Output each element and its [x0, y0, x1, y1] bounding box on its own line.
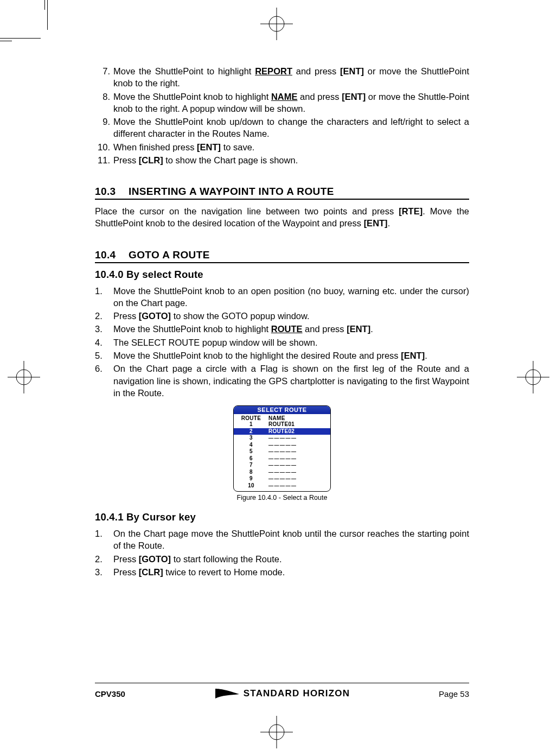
list-item-body: On the Chart page a circle with a Flag i…: [113, 363, 469, 399]
crop-mark: [44, 0, 45, 10]
list-item: 6.On the Chart page a circle with a Flag…: [95, 363, 469, 399]
cell-route-name: [264, 455, 326, 462]
table-row: 2ROUTE02: [234, 428, 330, 435]
table-row: 10: [237, 482, 327, 490]
list-item: 7.Move the ShuttlePoint to highlight REP…: [95, 65, 469, 90]
cell-route-number: 9: [238, 475, 264, 482]
page-content: 7.Move the ShuttlePoint to highlight REP…: [95, 65, 469, 579]
list-item-number: 2.: [95, 553, 113, 565]
section-title: INSERTING A WAYPOINT INTO A ROUTE: [129, 186, 334, 198]
section-heading-10-3: 10.3 INSERTING A WAYPOINT INTO A ROUTE: [95, 186, 469, 200]
list-item-body: Move the ShuttlePoint to highlight REPOR…: [113, 65, 469, 90]
cell-route-number: 8: [238, 469, 264, 476]
table-row: 6: [237, 455, 327, 462]
footer-model: CPV350: [95, 689, 125, 698]
cell-route-number: 1: [238, 421, 264, 428]
cell-route-number: 3: [238, 435, 264, 442]
dialog-title: SELECT ROUTE: [234, 406, 330, 414]
registration-mark-icon: [8, 361, 40, 393]
list-item-body: Press [CLR] twice to revert to Home mode…: [113, 566, 469, 578]
list-item-body: On the Chart page move the ShuttlePoint …: [113, 528, 469, 552]
list-item-number: 6.: [95, 363, 113, 399]
list-item-number: 5.: [95, 350, 113, 361]
list-item-number: 1.: [95, 285, 113, 309]
list-item: 1.On the Chart page move the ShuttlePoin…: [95, 528, 469, 552]
list-item-number: 10.: [95, 141, 113, 153]
list-item-number: 8.: [95, 91, 113, 115]
footer-brand: STANDARD HORIZON: [125, 688, 439, 700]
table-row: 5: [237, 448, 327, 455]
cell-route-number: 2: [238, 428, 264, 435]
crop-mark: [47, 0, 48, 30]
list-item: 1.Move the ShuttlePoint knob to an open …: [95, 285, 469, 309]
table-row: 1ROUTE01: [237, 421, 327, 428]
list-item-body: Move the ShuttlePoint knob up/down to ch…: [113, 116, 469, 140]
footer-page-number: Page 53: [439, 689, 469, 698]
step-list-10-4-0: 1.Move the ShuttlePoint knob to an open …: [95, 285, 469, 399]
table-row: 7: [237, 462, 327, 469]
cell-route-name: [264, 448, 326, 455]
cell-route-name: [264, 482, 326, 490]
cell-route-name: [264, 469, 326, 476]
cell-route-name: ROUTE01: [264, 421, 326, 428]
crop-mark: [0, 41, 12, 41]
select-route-dialog: SELECT ROUTE ROUTE NAME 1ROUTE012ROUTE02…: [233, 405, 331, 492]
list-item-number: 3.: [95, 566, 113, 578]
cell-route-name: [264, 442, 326, 449]
section-heading-10-4: 10.4 GOTO A ROUTE: [95, 249, 469, 263]
section-number: 10.3: [95, 186, 129, 198]
list-item-number: 7.: [95, 65, 113, 90]
section-paragraph: Place the cursor on the navigation line …: [95, 205, 469, 230]
list-item-number: 2.: [95, 310, 113, 322]
table-row: 4: [237, 442, 327, 449]
cell-route-number: 4: [238, 442, 264, 449]
list-item-number: 11.: [95, 154, 113, 166]
cell-route-number: 6: [238, 455, 264, 462]
cell-route-name: [264, 462, 326, 469]
list-item: 2.Press [GOTO] to start following the Ro…: [95, 553, 469, 565]
list-item-body: Move the ShuttlePoint knob to the highli…: [113, 350, 469, 361]
column-header: ROUTE: [238, 415, 264, 421]
figure-caption: Figure 10.4.0 - Select a Route: [233, 494, 331, 501]
list-item: 4.The SELECT ROUTE popup window will be …: [95, 336, 469, 348]
cell-route-number: 10: [238, 482, 264, 490]
cell-route-name: ROUTE02: [264, 428, 326, 435]
list-item-body: When finished press [ENT] to save.: [113, 141, 469, 153]
list-item-body: Move the ShuttlePoint knob to highlight …: [113, 91, 469, 115]
step-list-10-4-1: 1.On the Chart page move the ShuttlePoin…: [95, 528, 469, 578]
list-item-number: 1.: [95, 528, 113, 552]
cell-route-number: 5: [238, 448, 264, 455]
list-item-number: 9.: [95, 116, 113, 140]
list-item-body: Press [GOTO] to show the GOTO popup wind…: [113, 310, 469, 322]
list-item: 3.Press [CLR] twice to revert to Home mo…: [95, 566, 469, 578]
section-title: GOTO A ROUTE: [129, 249, 210, 261]
list-item: 11.Press [CLR] to show the Chart page is…: [95, 154, 469, 166]
figure-select-route: SELECT ROUTE ROUTE NAME 1ROUTE012ROUTE02…: [233, 405, 331, 501]
list-item: 2.Press [GOTO] to show the GOTO popup wi…: [95, 310, 469, 322]
list-item-body: Press [GOTO] to start following the Rout…: [113, 553, 469, 565]
subsection-heading-10-4-1: 10.4.1 By Cursor key: [95, 511, 469, 523]
list-item: 3.Move the ShuttlePoint knob to highligh…: [95, 323, 469, 335]
crop-mark: [0, 38, 41, 39]
subsection-heading-10-4-0: 10.4.0 By select Route: [95, 269, 469, 281]
registration-mark-icon: [517, 361, 549, 393]
list-item: 5.Move the ShuttlePoint knob to the high…: [95, 350, 469, 361]
list-item-number: 3.: [95, 323, 113, 335]
list-item: 8.Move the ShuttlePoint knob to highligh…: [95, 91, 469, 115]
list-item-body: Move the ShuttlePoint knob to highlight …: [113, 323, 469, 335]
table-header-row: ROUTE NAME: [237, 415, 327, 421]
cell-route-number: 7: [238, 462, 264, 469]
list-item-body: The SELECT ROUTE popup window will be sh…: [113, 336, 469, 348]
list-item-number: 4.: [95, 336, 113, 348]
list-item-body: Move the ShuttlePoint knob to an open po…: [113, 285, 469, 309]
table-row: 8: [237, 469, 327, 476]
step-list-top: 7.Move the ShuttlePoint to highlight REP…: [95, 65, 469, 166]
page-footer: CPV350 STANDARD HORIZON Page 53: [95, 683, 469, 700]
cell-route-name: [264, 435, 326, 442]
table-row: 3: [237, 435, 327, 442]
column-header: NAME: [264, 415, 326, 421]
brand-swoosh-icon: [214, 688, 240, 700]
list-item: 9.Move the ShuttlePoint knob up/down to …: [95, 116, 469, 140]
list-item: 10.When finished press [ENT] to save.: [95, 141, 469, 153]
table-row: 9: [237, 475, 327, 482]
